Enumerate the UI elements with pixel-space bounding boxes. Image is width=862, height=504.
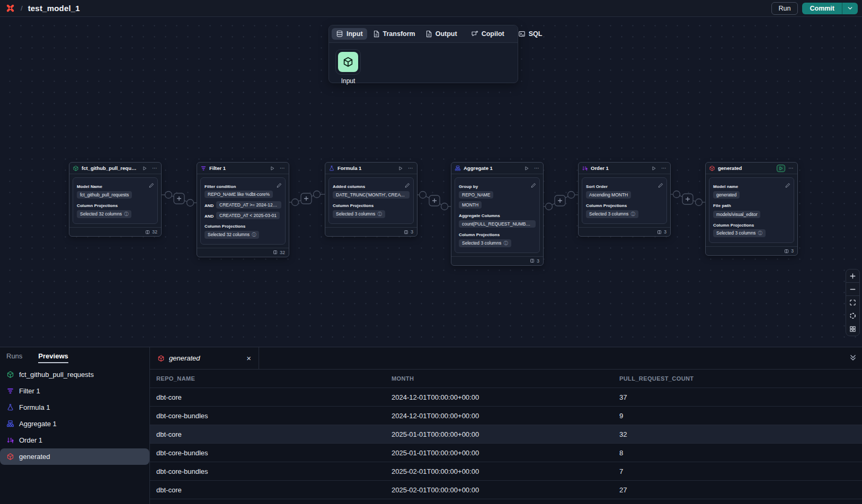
value-pill[interactable]: DATE_TRUNC('MONTH', CREATED_AT... (333, 191, 410, 199)
sidebar-tabs: Runs Previews (0, 347, 149, 363)
node-title: Order 1 (591, 165, 647, 171)
edge-port[interactable] (673, 191, 680, 198)
table-row[interactable]: dbt-core-bundles 2025-02-01T00:00:00+00:… (150, 462, 862, 481)
edge-port[interactable] (420, 192, 426, 199)
columns-pill[interactable]: Selected 3 columns ⓘ (586, 210, 638, 218)
sidebar-item-fct-github-pull-requests[interactable]: fct_github_pull_requests (0, 366, 149, 383)
tab-input[interactable]: Input (332, 28, 367, 40)
run-node-button[interactable] (268, 165, 277, 172)
layout-grid-button[interactable] (846, 322, 859, 336)
tab-previews[interactable]: Previews (38, 352, 68, 363)
run-button[interactable]: Run (771, 2, 798, 15)
locate-button[interactable] (846, 309, 859, 322)
run-node-button[interactable] (396, 165, 405, 172)
node-menu-button[interactable]: ⋯ (661, 166, 667, 170)
edit-icon[interactable] (531, 181, 536, 190)
filepath-pill[interactable]: models/visual_editor (713, 211, 760, 218)
node-menu-button[interactable]: ⋯ (279, 166, 286, 170)
node-generated[interactable]: generated ⋯ Model name generated File pa… (705, 162, 798, 256)
fit-view-button[interactable] (846, 296, 859, 309)
run-node-button[interactable] (777, 165, 785, 172)
node-menu-button[interactable]: ⋯ (788, 166, 794, 170)
columns-pill[interactable]: Selected 32 columns ⓘ (205, 231, 259, 239)
node-title: fct_github_pull_requests (82, 165, 138, 171)
columns-pill[interactable]: Selected 3 columns ⓘ (333, 210, 385, 218)
tab-sql[interactable]: SQL (514, 28, 547, 40)
edge-port[interactable] (696, 199, 703, 206)
dbt-logo-icon[interactable] (5, 3, 15, 13)
node-title: Aggregate 1 (464, 165, 520, 171)
groupby-pill[interactable]: MONTH (459, 201, 482, 209)
filter-icon (6, 387, 14, 395)
sidebar-item-formula-1[interactable]: Formula 1 (0, 399, 149, 416)
cell-repo: dbt-core-bundles (156, 449, 392, 457)
edge-port[interactable] (441, 203, 448, 210)
node-aggregate-1[interactable]: Aggregate 1 ⋯ Group by REPO_NAME MONTH A… (451, 162, 544, 266)
zoom-out-button[interactable] (846, 283, 859, 296)
preview-tab-generated[interactable]: generated × (150, 347, 259, 369)
groupby-pill[interactable]: REPO_NAME (459, 191, 493, 199)
canvas[interactable]: Input Transform Output Copilot (0, 17, 862, 347)
tab-output[interactable]: Output (421, 28, 461, 40)
edge-port[interactable] (292, 199, 299, 206)
run-node-button[interactable] (140, 165, 149, 172)
column-count: 3 (791, 248, 794, 254)
value-pill[interactable]: generated (713, 191, 740, 199)
app-root: / test_model_1 Run Commit (0, 0, 862, 504)
edit-icon[interactable] (277, 181, 282, 190)
table-row[interactable]: dbt-core 2025-01-01T00:00:00+00:00 32 (150, 425, 862, 444)
condition-pill[interactable]: CREATED_AT < 2025-03-01 (216, 212, 280, 219)
tab-runs[interactable]: Runs (6, 352, 22, 363)
node-fct-github-pull-requests[interactable]: fct_github_pull_requests ⋯ Model Name fc… (69, 162, 162, 237)
table-row[interactable]: dbt-core 2024-12-01T00:00:00+00:00 37 (150, 388, 862, 407)
edge-port[interactable] (165, 192, 172, 199)
columns-pill[interactable]: Selected 32 columns ⓘ (77, 210, 131, 218)
condition-pill[interactable]: CREATED_AT >= 2024-12-01 (216, 201, 281, 209)
sort-pill[interactable]: Ascending MONTH (586, 191, 631, 199)
column-header-pull-request-count[interactable]: PULL_REQUEST_COUNT (619, 375, 862, 382)
zoom-in-button[interactable] (846, 269, 859, 283)
columns-pill[interactable]: Selected 3 columns ⓘ (713, 229, 766, 237)
sidebar-item-aggregate-1[interactable]: Aggregate 1 (0, 416, 149, 432)
table-row[interactable]: dbt-core 2025-02-01T00:00:00+00:00 27 (150, 481, 862, 499)
tab-transform[interactable]: Transform (368, 28, 420, 40)
sidebar-item-filter-1[interactable]: Filter 1 (0, 383, 149, 399)
commit-button[interactable]: Commit (802, 3, 842, 14)
palette-input-item[interactable]: Input (335, 49, 361, 85)
column-header-month[interactable]: MONTH (392, 375, 619, 382)
edge-port[interactable] (314, 191, 321, 198)
node-menu-button[interactable]: ⋯ (152, 166, 158, 170)
sidebar-item-generated[interactable]: generated (0, 448, 149, 465)
tab-copilot[interactable]: Copilot (467, 28, 509, 40)
edge-port[interactable] (546, 203, 553, 210)
edit-icon[interactable] (149, 181, 154, 190)
preview-tab-label: generated (169, 354, 240, 362)
edit-icon[interactable] (785, 181, 790, 190)
node-formula-1[interactable]: Formula 1 ⋯ Added columns DATE_TRUNC('MO… (325, 162, 417, 237)
node-filter-1[interactable]: Filter 1 ⋯ Filter condition REPO_NAME li… (197, 162, 289, 257)
columns-pill[interactable]: Selected 3 columns ⓘ (459, 239, 511, 247)
cell-count: 9 (619, 412, 862, 420)
node-menu-button[interactable]: ⋯ (534, 166, 540, 170)
aggregate-pill[interactable]: count(PULL_REQUEST_NUMBER) as ... (459, 220, 536, 228)
collapse-panel-button[interactable] (849, 354, 857, 364)
sidebar-item-order-1[interactable]: Order 1 (0, 432, 149, 448)
close-icon[interactable]: × (244, 354, 253, 363)
commit-dropdown-button[interactable] (842, 3, 858, 14)
field-label: Column Projections (459, 232, 536, 237)
table-row[interactable]: dbt-core-bundles 2025-01-01T00:00:00+00:… (150, 444, 862, 462)
run-node-button[interactable] (650, 165, 658, 172)
columns-icon (657, 230, 662, 235)
table-row[interactable]: dbt-core-bundles 2024-12-01T00:00:00+00:… (150, 407, 862, 425)
node-order-1[interactable]: Order 1 ⋯ Sort Order Ascending MONTH Col… (578, 162, 671, 237)
node-menu-button[interactable]: ⋯ (407, 166, 414, 170)
edit-icon[interactable] (658, 181, 663, 190)
column-count: 3 (537, 258, 539, 264)
edit-icon[interactable] (405, 181, 410, 190)
condition-pill[interactable]: REPO_NAME like %dbt-core% (205, 191, 273, 198)
run-node-button[interactable] (522, 165, 531, 172)
value-pill[interactable]: fct_github_pull_requests (77, 191, 132, 199)
column-header-repo-name[interactable]: REPO_NAME (156, 375, 392, 382)
edge-port[interactable] (568, 192, 575, 199)
edge-port[interactable] (187, 200, 194, 206)
